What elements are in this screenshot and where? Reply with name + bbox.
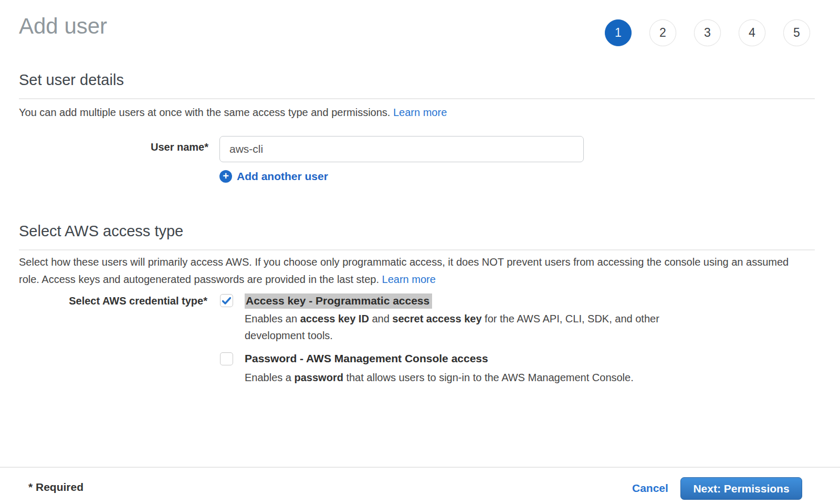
credential-type-label: Select AWS credential type* bbox=[0, 295, 207, 307]
access-key-checkbox[interactable] bbox=[220, 294, 233, 307]
set-user-details-heading: Set user details bbox=[19, 71, 124, 89]
section-divider bbox=[19, 98, 815, 99]
learn-more-link-access-type[interactable]: Learn more bbox=[382, 274, 436, 285]
password-option-title[interactable]: Password - AWS Management Console access bbox=[245, 352, 488, 365]
desc-text: and bbox=[369, 313, 392, 324]
access-key-option-description: Enables an access key ID and secret acce… bbox=[245, 310, 673, 344]
select-access-type-heading: Select AWS access type bbox=[19, 223, 183, 240]
add-user-page: Add user 1 2 3 4 5 Set user details You … bbox=[0, 0, 840, 504]
user-name-label: User name* bbox=[0, 141, 208, 153]
access-type-intro: Select how these users will primarily ac… bbox=[19, 254, 795, 288]
section-divider bbox=[19, 249, 815, 250]
access-key-option-title[interactable]: Access key - Programmatic access bbox=[245, 293, 432, 309]
user-name-input[interactable] bbox=[219, 136, 584, 162]
password-checkbox[interactable] bbox=[220, 352, 233, 365]
password-option-description: Enables a password that allows users to … bbox=[245, 369, 717, 386]
next-permissions-button[interactable]: Next: Permissions bbox=[680, 477, 802, 500]
desc-bold-access-key-id: access key ID bbox=[300, 313, 369, 324]
learn-more-link-user-details[interactable]: Learn more bbox=[393, 107, 447, 118]
footer-divider bbox=[0, 467, 840, 468]
desc-text: Enables a bbox=[245, 372, 295, 383]
desc-text: Enables an bbox=[245, 313, 300, 324]
cancel-button[interactable]: Cancel bbox=[632, 482, 668, 495]
step-1-circle: 1 bbox=[605, 19, 632, 46]
desc-text: that allows users to sign-in to the AWS … bbox=[343, 372, 634, 383]
step-5-circle: 5 bbox=[783, 19, 810, 46]
step-3-circle: 3 bbox=[694, 19, 721, 46]
user-details-intro: You can add multiple users at once with … bbox=[19, 104, 447, 121]
desc-bold-password: password bbox=[295, 372, 343, 383]
desc-bold-secret-access-key: secret access key bbox=[392, 313, 481, 324]
step-2-circle: 2 bbox=[649, 19, 676, 46]
user-details-intro-text: You can add multiple users at once with … bbox=[19, 107, 390, 118]
wizard-step-indicator: 1 2 3 4 5 bbox=[605, 19, 810, 46]
required-note: * Required bbox=[28, 481, 83, 494]
add-another-user-label: Add another user bbox=[237, 170, 328, 183]
add-another-user-button[interactable]: + Add another user bbox=[219, 170, 328, 183]
step-4-circle: 4 bbox=[739, 19, 765, 46]
plus-circle-icon: + bbox=[219, 170, 232, 183]
page-title: Add user bbox=[19, 14, 107, 39]
checkmark-icon bbox=[222, 297, 231, 304]
